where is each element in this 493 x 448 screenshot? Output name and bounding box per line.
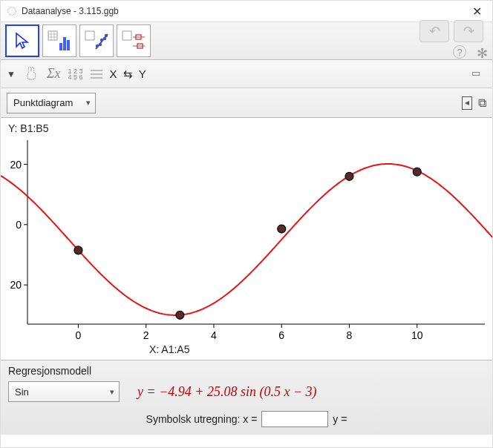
undo-button[interactable]: ↶ xyxy=(419,20,449,42)
boxplot-icon xyxy=(121,30,146,52)
window-title: Dataanalyse - 3.115.ggb xyxy=(22,6,468,16)
svg-point-48 xyxy=(413,168,421,176)
svg-rect-7 xyxy=(63,37,66,50)
svg-point-44 xyxy=(74,246,82,254)
tool-pointer[interactable] xyxy=(5,24,39,57)
swap-xy-button[interactable]: X ⇆ Y xyxy=(110,67,148,81)
plot-svg: 024681020020 xyxy=(1,118,493,360)
svg-rect-8 xyxy=(67,40,70,50)
svg-text:0: 0 xyxy=(76,329,82,341)
svg-text:2: 2 xyxy=(143,329,149,341)
regression-model-select[interactable]: Sin xyxy=(8,381,120,402)
show-data-icon[interactable]: ◂ xyxy=(462,96,472,110)
sigma-icon[interactable]: Σx xyxy=(47,66,61,82)
tool-one-var[interactable] xyxy=(42,24,76,57)
svg-point-46 xyxy=(278,225,286,233)
tool-multi-var[interactable] xyxy=(117,24,151,57)
svg-text:0: 0 xyxy=(16,219,22,231)
help-icon[interactable]: ? xyxy=(453,45,466,59)
bars-icon xyxy=(47,30,72,52)
app-icon xyxy=(7,6,17,16)
chart-type-bar: Punktdiagram ◂ ⧉ xyxy=(1,88,492,118)
svg-point-45 xyxy=(176,311,184,319)
title-bar: Dataanalyse - 3.115.ggb ✕ xyxy=(1,1,492,22)
regression-model-value: Sin xyxy=(15,386,29,398)
scatter-icon xyxy=(84,30,109,52)
x-axis-label: X: A1:A5 xyxy=(149,343,189,355)
svg-text:8: 8 xyxy=(347,329,353,341)
scatter-plot: Y: B1:B5 024681020020 X: A1:A5 xyxy=(1,118,492,360)
symbolic-y-label: y = xyxy=(333,413,347,425)
tool-two-var[interactable] xyxy=(79,24,114,57)
redo-button[interactable]: ↷ xyxy=(454,20,483,42)
svg-text:4: 4 xyxy=(211,329,217,341)
svg-point-15 xyxy=(105,34,108,37)
main-toolbar: ↶ ↷ ? ✻ xyxy=(1,22,492,60)
chart-type-select[interactable]: Punktdiagram xyxy=(7,93,96,113)
svg-text:6: 6 xyxy=(278,329,284,341)
chart-type-value: Punktdiagram xyxy=(13,97,73,108)
list-icon[interactable] xyxy=(91,69,102,79)
svg-point-12 xyxy=(99,43,102,46)
options-dropdown-icon[interactable]: ▼ xyxy=(7,69,16,79)
regression-equation: y = −4.94 + 25.08 sin (0.5 x − 3) xyxy=(137,384,317,400)
svg-text:20: 20 xyxy=(10,279,22,291)
gear-icon[interactable]: ✻ xyxy=(477,45,488,62)
svg-point-47 xyxy=(345,172,353,180)
svg-rect-6 xyxy=(59,43,62,50)
svg-point-14 xyxy=(103,37,106,40)
panel-toggle-icon[interactable]: ▭ xyxy=(471,67,486,81)
svg-text:10: 10 xyxy=(411,329,423,341)
rounding-icon[interactable]: 1 2 34 5 6 xyxy=(68,68,83,80)
svg-point-0 xyxy=(8,7,16,16)
svg-rect-16 xyxy=(123,31,131,40)
hand-icon[interactable] xyxy=(23,65,39,83)
regression-panel: Regresjonsmodell Sin y = −4.94 + 25.08 s… xyxy=(1,360,492,435)
close-icon[interactable]: ✕ xyxy=(468,4,486,19)
secondary-toolbar: ▼ Σx 1 2 34 5 6 X ⇆ Y ▭ xyxy=(1,60,492,88)
svg-point-13 xyxy=(100,39,103,42)
svg-text:20: 20 xyxy=(10,159,22,171)
pointer-icon xyxy=(12,30,33,51)
detach-icon[interactable]: ⧉ xyxy=(478,96,486,110)
svg-rect-1 xyxy=(48,31,57,40)
svg-point-11 xyxy=(96,45,99,47)
regression-title: Regresjonsmodell xyxy=(8,365,485,377)
symbolic-x-input[interactable] xyxy=(261,411,328,427)
symbolic-label: Symbolsk utregning: x = xyxy=(146,413,258,425)
svg-rect-9 xyxy=(85,31,94,40)
